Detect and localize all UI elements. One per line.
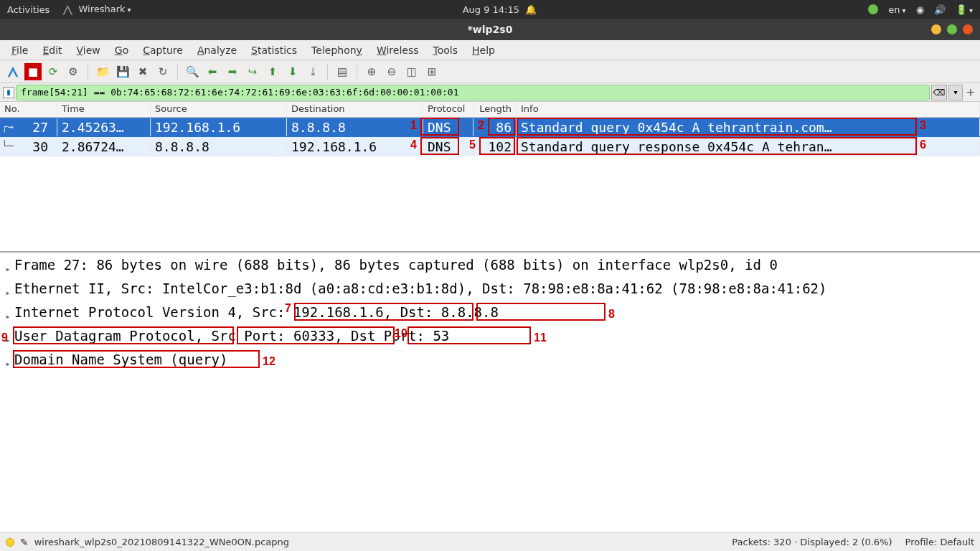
- zoom-in-button[interactable]: ⊕: [363, 63, 380, 80]
- open-file-button[interactable]: 📁: [94, 63, 111, 80]
- menu-wireless[interactable]: Wireless: [371, 43, 425, 57]
- annotation-box-6: [517, 137, 917, 155]
- col-no[interactable]: No.: [0, 102, 57, 117]
- window-controls: [931, 24, 973, 34]
- col-length[interactable]: Length: [473, 102, 517, 117]
- zoom-reset-button[interactable]: ◫: [403, 63, 420, 80]
- restart-capture-button[interactable]: ⟳: [44, 63, 62, 80]
- auto-scroll-button[interactable]: ⤓: [304, 63, 321, 80]
- capture-options-button[interactable]: ⚙: [65, 63, 82, 80]
- accessibility-icon[interactable]: ◉: [916, 4, 924, 15]
- unsaved-icon: ✎: [20, 537, 29, 548]
- related-up-icon: └─: [1, 140, 30, 153]
- annotation-7: 7: [285, 298, 291, 318]
- annotation-2: 2: [478, 119, 484, 132]
- detail-dns[interactable]: ▸ Domain Name System (query) 12: [1, 350, 979, 374]
- annotation-box-5: [479, 137, 515, 155]
- maximize-button[interactable]: [947, 24, 957, 34]
- status-ok-icon: [868, 4, 878, 14]
- annotation-10: 10: [395, 324, 407, 343]
- menu-analyze[interactable]: Analyze: [192, 43, 242, 57]
- annotation-3: 3: [920, 119, 926, 132]
- expand-icon[interactable]: ▸: [1, 255, 14, 279]
- capture-file-label[interactable]: wireshark_wlp2s0_20210809141322_WNe0ON.p…: [34, 537, 289, 547]
- packet-list-pane: No. Time Source Destination Protocol Len…: [0, 102, 980, 253]
- annotation-box-1: [420, 118, 459, 136]
- window-title: *wlp2s0: [468, 24, 513, 35]
- menu-view[interactable]: View: [71, 43, 106, 57]
- filter-clear-button[interactable]: ⌫: [931, 85, 947, 100]
- display-filter-bar: ▮ ⌫ ▾ +: [0, 83, 980, 102]
- go-first-button[interactable]: ⬆: [264, 63, 281, 80]
- reload-button[interactable]: ↻: [154, 63, 171, 80]
- menu-file[interactable]: File: [6, 43, 34, 57]
- save-file-button[interactable]: 💾: [114, 63, 131, 80]
- annotation-box-9: [13, 326, 234, 344]
- resize-columns-button[interactable]: ⊞: [423, 63, 440, 80]
- annotation-box-3: [517, 118, 917, 136]
- col-time[interactable]: Time: [57, 102, 151, 117]
- expert-info-icon[interactable]: [6, 538, 14, 547]
- annotation-box-11: [407, 326, 531, 344]
- stop-capture-button[interactable]: ■: [24, 63, 42, 80]
- col-protocol[interactable]: Protocol: [423, 102, 473, 117]
- expand-icon[interactable]: ▸: [1, 279, 14, 303]
- packet-count-label: Packets: 320 · Displayed: 2 (0.6%): [719, 537, 905, 547]
- battery-icon[interactable]: 🔋▾: [956, 4, 973, 15]
- packet-row[interactable]: └─ 30 2.86724… 8.8.8.8 192.168.1.6 DNS 1…: [0, 137, 980, 156]
- annotation-12: 12: [263, 352, 275, 371]
- display-filter-input[interactable]: [16, 85, 930, 100]
- expand-icon[interactable]: ▸: [1, 303, 14, 326]
- find-button[interactable]: 🔍: [184, 63, 201, 80]
- bell-icon: 🔔: [525, 4, 537, 15]
- annotation-1: 1: [410, 119, 417, 132]
- filter-history-button[interactable]: ▾: [948, 85, 963, 100]
- packet-row[interactable]: ┌→ 27 2.45263… 192.168.1.6 8.8.8.8 DNS 8…: [0, 118, 980, 137]
- menu-help[interactable]: Help: [466, 43, 501, 57]
- annotation-9: 9: [1, 328, 8, 347]
- close-file-button[interactable]: ✖: [134, 63, 151, 80]
- menu-go[interactable]: Go: [109, 43, 134, 57]
- minimize-button[interactable]: [931, 24, 941, 34]
- annotation-box-10: [237, 326, 395, 344]
- zoom-out-button[interactable]: ⊖: [383, 63, 400, 80]
- annotation-5: 5: [469, 138, 476, 151]
- close-button[interactable]: [963, 24, 973, 34]
- annotation-box-2: [488, 118, 515, 136]
- annotation-box-8: [476, 303, 606, 321]
- profile-label[interactable]: Profile: Default: [905, 537, 974, 547]
- related-down-icon: ┌→: [1, 121, 30, 133]
- lang-indicator[interactable]: en▾: [888, 4, 905, 15]
- colorize-button[interactable]: ▤: [334, 63, 351, 80]
- menu-telephony[interactable]: Telephony: [306, 43, 368, 57]
- col-destination[interactable]: Destination: [287, 102, 423, 117]
- menu-tools[interactable]: Tools: [428, 43, 464, 57]
- app-indicator[interactable]: Wireshark▾: [62, 4, 131, 15]
- clock[interactable]: Aug 9 14:15 🔔: [463, 4, 537, 15]
- packet-details-pane[interactable]: ▸ Frame 27: 86 bytes on wire (688 bits),…: [0, 253, 980, 532]
- menu-edit[interactable]: Edit: [37, 43, 67, 57]
- svg-marker-0: [8, 66, 18, 76]
- menu-statistics[interactable]: Statistics: [245, 43, 303, 57]
- annotation-box-7: [294, 303, 473, 321]
- volume-icon[interactable]: 🔊: [934, 4, 946, 15]
- detail-ethernet[interactable]: ▸ Ethernet II, Src: IntelCor_e3:b1:8d (a…: [1, 279, 979, 303]
- annotation-box-12: [13, 350, 260, 368]
- go-last-button[interactable]: ⬇: [284, 63, 301, 80]
- menu-capture[interactable]: Capture: [137, 43, 189, 57]
- annotation-8: 8: [608, 304, 615, 324]
- col-source[interactable]: Source: [151, 102, 287, 117]
- packet-list-header: No. Time Source Destination Protocol Len…: [0, 102, 980, 118]
- window-titlebar: *wlp2s0: [0, 19, 980, 40]
- detail-udp[interactable]: ▸ User Datagram Protocol, Src Port: 6033…: [1, 326, 979, 350]
- filter-add-button[interactable]: +: [964, 85, 977, 99]
- filter-bookmark-button[interactable]: ▮: [3, 87, 14, 98]
- go-to-packet-button[interactable]: ↪: [244, 63, 261, 80]
- detail-frame[interactable]: ▸ Frame 27: 86 bytes on wire (688 bits),…: [1, 255, 979, 279]
- go-back-button[interactable]: ⬅: [204, 63, 221, 80]
- activities-button[interactable]: Activities: [7, 4, 50, 15]
- col-info[interactable]: Info: [517, 102, 980, 117]
- start-capture-button[interactable]: [4, 63, 22, 80]
- detail-ip[interactable]: ▸ Internet Protocol Version 4, Src: 192.…: [1, 303, 979, 326]
- go-forward-button[interactable]: ➡: [224, 63, 241, 80]
